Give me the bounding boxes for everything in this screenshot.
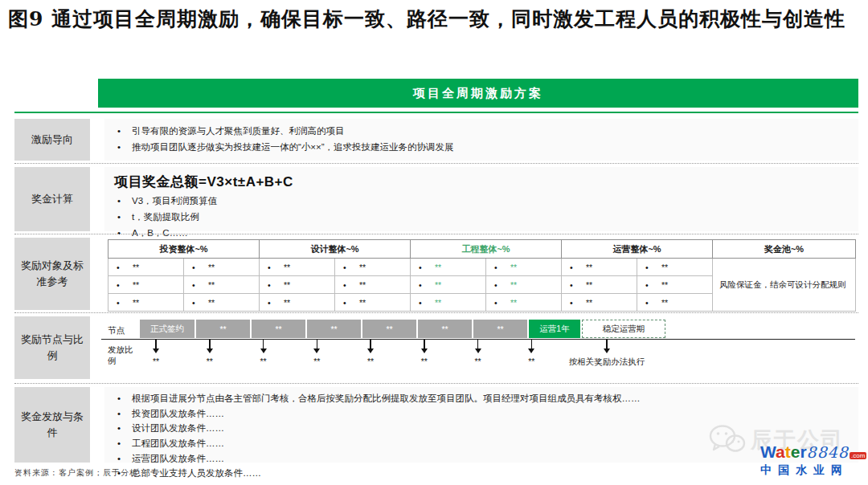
down-arrow-icon bbox=[475, 348, 481, 353]
payout-ratio: ** bbox=[260, 356, 266, 369]
row-timeline-content: 节点 正式签约 ** ** ** ** ** ** 运营1年 稳定运营期 发放比… bbox=[104, 316, 858, 379]
down-arrow-icon bbox=[424, 340, 425, 348]
payout-point: ** bbox=[399, 340, 450, 369]
calculation-bullet: V3，项目利润预算值 bbox=[111, 193, 852, 209]
row-calculation-content: 项目奖金总额=V3×t±A+B+C V3，项目利润预算值 t，奖励提取比例 A，… bbox=[104, 167, 858, 231]
table-cell: ** bbox=[335, 263, 410, 272]
row-separator bbox=[14, 234, 858, 234]
payout-bullet: 根据项目进展分节点由各主管部门考核，合格后按奖励分配比例提取发放至项目团队。项目… bbox=[111, 391, 852, 406]
timeline-node-operation-year1: 运营1年 bbox=[529, 320, 580, 338]
payout-ratio: ** bbox=[474, 356, 481, 369]
down-arrow-icon bbox=[528, 348, 534, 353]
section-banner: 项目全周期激励方案 bbox=[98, 79, 858, 108]
down-arrow-icon bbox=[370, 340, 371, 348]
payout-ratio: ** bbox=[153, 356, 159, 369]
col-header-operation: 运营整体~% bbox=[562, 240, 713, 259]
table-cell: ** bbox=[411, 263, 485, 272]
down-arrow-icon bbox=[260, 348, 267, 353]
down-arrow-icon bbox=[313, 348, 320, 353]
table-row: ** ** ** ** ** ** ** ** 风险保证金，结余可设计分配规则 bbox=[108, 259, 856, 276]
row-targets-content: 投资整体~% 设计整体~% 工程整体~% 运营整体~% 奖金池~% ** ** … bbox=[104, 238, 858, 310]
down-arrow-icon bbox=[421, 348, 428, 353]
down-arrow-icon bbox=[606, 340, 608, 348]
payout-point: ** bbox=[345, 340, 396, 369]
col-header-engineering: 工程整体~% bbox=[411, 240, 562, 259]
table-cell: ** bbox=[260, 298, 334, 308]
wechat-icon bbox=[709, 424, 746, 456]
timeline-node: ** bbox=[362, 320, 416, 338]
logo-subtext-label: 中国水业网 bbox=[760, 463, 849, 478]
row-timeline: 奖励节点与比例 节点 正式签约 ** ** ** ** ** ** 运营1年 稳… bbox=[14, 316, 858, 379]
calculation-bullet: t，奖励提取比例 bbox=[111, 209, 852, 225]
timeline-node-label: 节点 bbox=[108, 324, 137, 336]
page-title: 图9 通过项目全周期激励，确保目标一致、路径一致，同时激发工程人员的积极性与创造… bbox=[8, 5, 863, 34]
row-direction-content: 引导有限的资源与人才聚焦到质量好、利润高的项目 推动项目团队逐步做实为投技建运一… bbox=[104, 119, 858, 161]
timeline-node: ** bbox=[252, 320, 305, 338]
table-cell: ** bbox=[637, 280, 712, 290]
timeline-arrows: ** ** ** ** bbox=[130, 340, 654, 369]
table-cell: ** bbox=[335, 298, 410, 308]
direction-bullet: 推动项目团队逐步做实为投技建运一体的“小××”，追求投技建运业务的协调发展 bbox=[111, 139, 852, 155]
timeline-node: 正式签约 bbox=[140, 320, 194, 338]
water8848-logo: Water 8848 .com 中国水业网 bbox=[760, 442, 863, 478]
table-cell: ** bbox=[562, 298, 637, 308]
table-cell: ** bbox=[260, 280, 334, 290]
timeline-node: ** bbox=[473, 320, 527, 338]
payout-ratio: ** bbox=[528, 356, 534, 369]
payout-bullet: 投资团队发放条件…… bbox=[111, 406, 852, 422]
row-payout-label: 奖金发放与条件 bbox=[14, 387, 90, 463]
row-calculation-label: 奖金计算 bbox=[14, 167, 90, 231]
down-arrow-icon bbox=[207, 348, 213, 353]
table-cell: ** bbox=[637, 263, 712, 272]
row-direction: 激励导向 引导有限的资源与人才聚焦到质量好、利润高的项目 推动项目团队逐步做实为… bbox=[14, 119, 858, 161]
down-arrow-icon bbox=[317, 340, 318, 348]
payout-point: 按相关奖励办法执行 bbox=[559, 340, 654, 369]
payout-point: ** bbox=[130, 340, 182, 369]
payout-point: ** bbox=[184, 340, 235, 369]
logo-word: Water bbox=[760, 442, 807, 462]
col-header-investment: 投资整体~% bbox=[108, 240, 260, 259]
logo-subtext: 中国水业网 bbox=[760, 463, 863, 478]
logo-tld: .com bbox=[850, 452, 866, 459]
direction-bullet: 引导有限的资源与人才聚焦到质量好、利润高的项目 bbox=[111, 123, 852, 139]
down-arrow-icon bbox=[604, 348, 610, 353]
payout-ratio: ** bbox=[367, 356, 374, 369]
timeline-node-stable-operation: 稳定运营期 bbox=[582, 320, 665, 338]
row-calculation: 奖金计算 项目奖金总额=V3×t±A+B+C V3，项目利润预算值 t，奖励提取… bbox=[14, 167, 858, 231]
down-arrow-icon bbox=[155, 340, 157, 348]
row-separator bbox=[14, 383, 858, 384]
row-direction-label: 激励导向 bbox=[14, 119, 90, 161]
payout-point: ** bbox=[291, 340, 342, 369]
payout-ratio: ** bbox=[421, 356, 428, 369]
table-cell: ** bbox=[562, 280, 637, 290]
timeline-node: ** bbox=[418, 320, 472, 338]
logo-number: 8848 bbox=[807, 443, 849, 461]
down-arrow-icon bbox=[153, 348, 159, 353]
down-arrow-icon bbox=[531, 340, 533, 348]
table-cell: ** bbox=[184, 263, 259, 272]
table-cell: ** bbox=[637, 298, 712, 308]
down-arrow-icon bbox=[477, 340, 479, 348]
table-cell: ** bbox=[108, 263, 183, 272]
row-separator bbox=[14, 312, 858, 313]
table-cell: ** bbox=[411, 298, 485, 308]
row-timeline-label: 奖励节点与比例 bbox=[14, 316, 90, 379]
payout-bullet: 总部专业支持人员发放条件…… bbox=[111, 466, 852, 481]
payout-point: ** bbox=[452, 340, 504, 369]
down-arrow-icon bbox=[263, 340, 264, 348]
row-separator bbox=[14, 163, 858, 164]
timeline-node: ** bbox=[196, 320, 250, 338]
table-cell: ** bbox=[486, 298, 561, 308]
table-cell: ** bbox=[184, 298, 259, 308]
row-targets-label: 奖励对象及标准参考 bbox=[14, 238, 90, 310]
col-header-pool: 奖金池~% bbox=[713, 240, 856, 259]
timeline-node: ** bbox=[307, 320, 361, 338]
down-arrow-icon bbox=[367, 348, 374, 353]
timeline-nodes: 正式签约 ** ** ** ** ** ** 运营1年 稳定运营期 bbox=[140, 320, 665, 338]
row-targets: 奖励对象及标准参考 投资整体~% 设计整体~% 工程整体~% 运营整体~% 奖金… bbox=[14, 238, 858, 310]
table-cell: ** bbox=[108, 280, 183, 290]
payout-ratio: ** bbox=[207, 356, 213, 369]
payout-ratio: 按相关奖励办法执行 bbox=[569, 356, 645, 369]
col-header-design: 设计整体~% bbox=[260, 240, 411, 259]
banner-underline bbox=[14, 112, 858, 113]
